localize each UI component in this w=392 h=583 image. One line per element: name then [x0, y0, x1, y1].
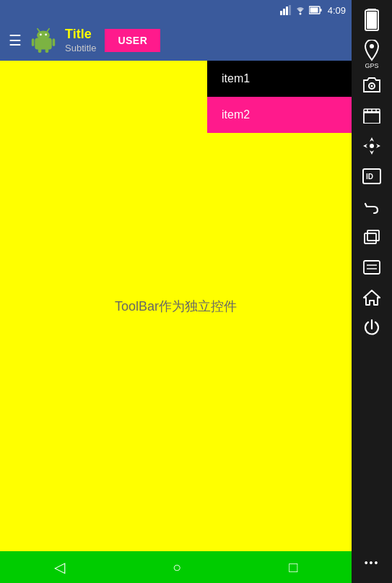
svg-point-33 [370, 144, 374, 148]
svg-marker-31 [363, 144, 367, 148]
gps-label: GPS [365, 62, 378, 69]
svg-point-21 [370, 44, 374, 48]
time-display: 4:09 [328, 5, 346, 16]
sidebar-camera-icon[interactable] [357, 71, 386, 100]
svg-rect-38 [364, 261, 380, 274]
main-content: ToolBar作为独立控件 [0, 61, 352, 551]
svg-rect-24 [364, 112, 380, 124]
svg-rect-15 [53, 38, 56, 46]
sidebar-home-icon[interactable] [357, 283, 386, 312]
back-button[interactable]: ◁ [40, 556, 79, 579]
svg-marker-32 [376, 144, 380, 148]
app-subtitle: Subtitle [65, 43, 96, 54]
svg-point-11 [45, 34, 47, 36]
svg-point-4 [299, 13, 301, 15]
svg-rect-2 [286, 7, 288, 15]
app-title: Title [65, 27, 96, 43]
sidebar-layers-icon[interactable] [357, 223, 386, 251]
sidebar-id-icon[interactable]: ID [357, 162, 386, 191]
sidebar-move-icon[interactable] [357, 131, 386, 160]
svg-rect-16 [38, 48, 42, 53]
svg-point-23 [371, 85, 373, 87]
more-dots: ••• [365, 557, 380, 569]
svg-line-13 [47, 29, 49, 32]
svg-rect-7 [310, 8, 318, 13]
svg-rect-36 [367, 230, 379, 241]
dropdown-item-2[interactable]: item2 [207, 97, 352, 133]
recents-button[interactable]: □ [274, 556, 312, 579]
svg-rect-6 [320, 9, 321, 12]
android-logo-icon [30, 27, 56, 53]
status-bar: 4:09 [0, 0, 352, 20]
svg-text:ID: ID [366, 173, 373, 181]
sidebar-more-icon[interactable]: ••• [357, 548, 386, 577]
svg-rect-0 [280, 11, 282, 15]
sidebar-video-icon[interactable] [357, 101, 386, 130]
svg-point-9 [37, 31, 50, 40]
nav-bar: ◁ ○ □ [0, 551, 352, 583]
sidebar-list-icon[interactable] [357, 253, 386, 282]
svg-marker-30 [370, 150, 374, 155]
svg-line-12 [38, 29, 40, 32]
dropdown-item-1[interactable]: item1 [207, 61, 352, 97]
sidebar-gps-icon[interactable] [357, 36, 386, 65]
svg-rect-37 [365, 233, 376, 243]
wifi-icon [295, 5, 306, 15]
svg-point-10 [40, 34, 42, 36]
hamburger-menu-icon[interactable]: ☰ [6, 29, 25, 52]
status-icons: 4:09 [280, 5, 346, 16]
svg-rect-1 [283, 9, 285, 15]
toolbar: ☰ Title Subtitle USER [0, 20, 352, 61]
battery-icon [309, 6, 322, 14]
center-label: ToolBar作为独立控件 [115, 298, 237, 315]
title-group: Title Subtitle [65, 27, 96, 53]
right-sidebar: GPS ID [352, 0, 392, 583]
svg-rect-17 [45, 48, 48, 53]
dropdown-menu: item1 item2 [207, 61, 352, 133]
svg-rect-14 [32, 38, 35, 46]
svg-rect-20 [367, 12, 377, 29]
svg-marker-29 [370, 137, 374, 142]
home-button[interactable]: ○ [158, 556, 196, 579]
sidebar-battery-icon [357, 6, 386, 35]
sidebar-back-icon[interactable] [357, 192, 386, 221]
sidebar-power-icon[interactable] [357, 314, 386, 342]
signal-icon [280, 5, 292, 15]
svg-rect-3 [289, 5, 291, 15]
user-button[interactable]: USER [105, 29, 160, 52]
